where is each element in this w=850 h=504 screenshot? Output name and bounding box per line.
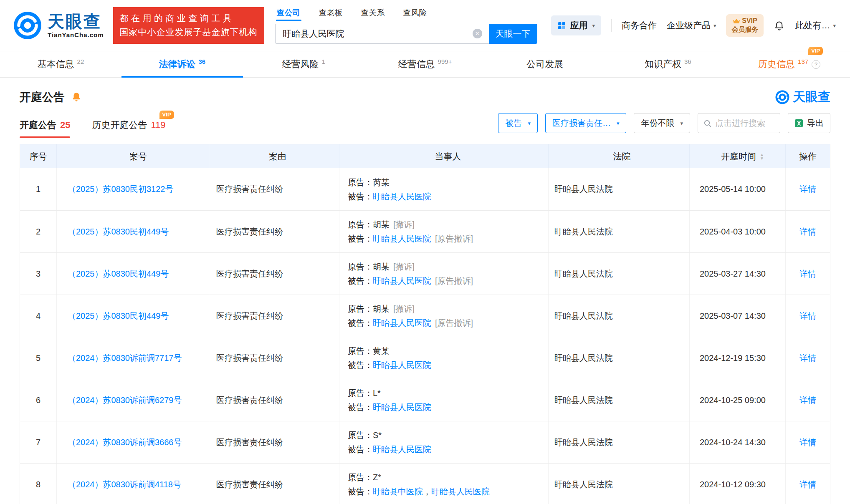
- svip-line1: SVIP: [742, 17, 757, 25]
- case-number-link[interactable]: （2024）苏0830诉前调3666号: [68, 437, 182, 448]
- defendant-line: 被告： 盱眙县人民医院: [348, 189, 431, 204]
- tab-company-development[interactable]: 公司发展: [486, 51, 607, 77]
- detail-link[interactable]: 详情: [799, 479, 816, 490]
- case-cause: 医疗损害责任纠纷: [216, 353, 283, 364]
- table-row: 2 （2025）苏0830民初449号 医疗损害责任纠纷 原告： 胡某 [撤诉]…: [20, 210, 830, 252]
- tab-legal-litigation[interactable]: 法律诉讼36: [121, 51, 243, 77]
- table-search-input[interactable]: 点击进行搜索: [698, 113, 780, 133]
- defendant-link[interactable]: 盱眙县人民医院: [431, 487, 490, 496]
- sort-icon[interactable]: ▲ ▼: [760, 153, 764, 160]
- case-number-link[interactable]: （2024）苏0830诉前调7717号: [68, 353, 182, 364]
- table-row: 4 （2025）苏0830民初449号 医疗损害责任纠纷 原告： 胡某 [撤诉]…: [20, 295, 830, 337]
- cause-cell: 医疗损害责任纠纷: [209, 211, 339, 252]
- defendant-link[interactable]: 盱眙县人民医院: [373, 234, 431, 243]
- hearing-time-cell: 2025-04-03 10:00: [690, 211, 786, 252]
- promo-line-1: 都在用的商业查询工具: [120, 12, 258, 25]
- svip-membership-badge[interactable]: SVIP 会员服务: [726, 14, 764, 37]
- court-cell: 盱眙县人民法院: [549, 295, 690, 337]
- detail-link[interactable]: 详情: [799, 310, 816, 322]
- detail-link[interactable]: 详情: [799, 395, 816, 406]
- page-title: 开庭公告: [20, 90, 65, 105]
- export-button[interactable]: 导出: [788, 113, 830, 133]
- parties-cell: 原告： 胡某 [撤诉] 被告： 盱眙县人民医院 [原告撤诉]: [339, 295, 549, 337]
- action-cell: 详情: [786, 295, 830, 337]
- defendant-link[interactable]: 盱眙县人民医院: [373, 276, 431, 285]
- search-input-value: 盱眙县人民医院: [283, 28, 344, 40]
- search-input[interactable]: 盱眙县人民医院 ✕: [275, 24, 489, 44]
- search-block: 查公司 查老板 查关系 查风险 盱眙县人民医院 ✕ 天眼一下: [275, 8, 537, 44]
- case-number-link[interactable]: （2024）苏0830诉前调4118号: [68, 479, 181, 490]
- tab-operating-risk[interactable]: 经营风险1: [243, 51, 364, 77]
- subscribe-bell-icon[interactable]: [71, 91, 82, 103]
- clear-search-icon[interactable]: ✕: [473, 29, 482, 38]
- table-row: 7 （2024）苏0830诉前调3666号 医疗损害责任纠纷 原告： S* 被告…: [20, 421, 830, 463]
- sub-tab-hearing-announcements[interactable]: 开庭公告25: [20, 119, 70, 138]
- export-label: 导出: [807, 118, 824, 129]
- defendant-link[interactable]: 盱眙县人民医院: [373, 445, 431, 454]
- detail-link[interactable]: 详情: [799, 226, 816, 237]
- tab-history-info[interactable]: VIP 历史信息 137 ?: [729, 51, 850, 77]
- detail-link[interactable]: 详情: [799, 184, 816, 195]
- detail-link[interactable]: 详情: [799, 437, 816, 448]
- tab-business-info[interactable]: 经营信息999+: [364, 51, 486, 77]
- tianyancha-logo[interactable]: 天眼查 TianYanCha.com: [13, 10, 104, 40]
- plaintiff-name: 胡某: [373, 260, 390, 274]
- apps-label: 应用: [570, 20, 587, 31]
- search-tab-boss[interactable]: 查老板: [319, 8, 343, 20]
- case-number-link[interactable]: （2025）苏0830民初449号: [68, 268, 169, 280]
- tab-label: 公司发展: [526, 58, 563, 71]
- cause-filter-dropdown[interactable]: 医疗损害责任… ▾: [545, 113, 627, 133]
- defendant-line: 被告： 盱眙县人民医院: [348, 442, 431, 456]
- case-number-link[interactable]: （2025）苏0830民初3122号: [68, 184, 173, 195]
- row-index-cell: 8: [20, 464, 57, 504]
- tab-label: 知识产权: [645, 58, 681, 71]
- row-index: 4: [36, 311, 40, 321]
- defendant-link[interactable]: 盱眙县人民医院: [373, 192, 431, 201]
- court-cell: 盱眙县人民法院: [549, 211, 690, 252]
- row-index: 3: [36, 269, 40, 279]
- help-icon[interactable]: ?: [812, 60, 820, 69]
- bell-icon[interactable]: [774, 20, 785, 31]
- apps-button[interactable]: 应用 ▾: [551, 15, 601, 35]
- defendant-link[interactable]: 盱眙县中医院: [373, 487, 423, 496]
- defendant-link[interactable]: 盱眙县人民医院: [373, 318, 431, 328]
- defendant-line: 被告： 盱眙县人民医院: [348, 400, 431, 414]
- case-number-link[interactable]: （2025）苏0830民初449号: [68, 226, 169, 237]
- tab-basic-info[interactable]: 基本信息22: [0, 51, 121, 77]
- year-filter-label: 年份不限: [641, 118, 674, 129]
- search-tab-risk[interactable]: 查风险: [403, 8, 427, 20]
- case-cause: 医疗损害责任纠纷: [216, 184, 283, 195]
- defendant-label: 被告：: [348, 484, 373, 499]
- chevron-down-icon: ▾: [528, 120, 531, 126]
- sub-tab-history-hearing-announcements[interactable]: VIP 历史开庭公告119: [92, 119, 165, 138]
- tab-intellectual-property[interactable]: 知识产权36: [607, 51, 729, 77]
- apps-grid-icon: [557, 21, 566, 30]
- case-number-link[interactable]: （2025）苏0830民初449号: [68, 310, 169, 322]
- search-tab-relation[interactable]: 查关系: [361, 8, 385, 20]
- hearing-time: 2024-10-24 14:30: [700, 438, 766, 447]
- plaintiff-label: 原告：: [348, 344, 373, 358]
- hearing-time: 2024-12-19 15:30: [700, 353, 766, 363]
- case-number-cell: （2024）苏0830诉前调6279号: [57, 379, 209, 421]
- defendant-filter-dropdown[interactable]: 被告 ▾: [498, 113, 538, 133]
- hearing-time-cell: 2024-10-24 14:30: [690, 421, 786, 463]
- account-menu[interactable]: 此处有… ▾: [795, 20, 836, 31]
- plaintiff-line: 原告： Z*: [348, 470, 381, 484]
- enterprise-products-menu[interactable]: 企业级产品 ▾: [667, 20, 716, 31]
- court-name: 盱眙县人民法院: [554, 353, 613, 364]
- row-index-cell: 5: [20, 337, 57, 379]
- defendant-label: 被告：: [348, 400, 373, 414]
- defendant-link[interactable]: 盱眙县人民医院: [373, 360, 431, 370]
- court-name: 盱眙县人民法院: [554, 226, 613, 237]
- search-tab-company[interactable]: 查公司: [277, 8, 301, 20]
- plaintiff-line: 原告： S*: [348, 428, 382, 442]
- detail-link[interactable]: 详情: [799, 353, 816, 364]
- year-filter-dropdown[interactable]: 年份不限 ▾: [634, 113, 690, 133]
- detail-link[interactable]: 详情: [799, 268, 816, 280]
- business-cooperation-link[interactable]: 商务合作: [622, 20, 657, 31]
- defendant-link[interactable]: 盱眙县人民医院: [373, 403, 431, 412]
- search-button[interactable]: 天眼一下: [489, 24, 537, 44]
- case-number-link[interactable]: （2024）苏0830诉前调6279号: [68, 395, 182, 406]
- tab-label: 基本信息: [38, 58, 74, 71]
- tianyancha-watermark-icon: [775, 90, 790, 105]
